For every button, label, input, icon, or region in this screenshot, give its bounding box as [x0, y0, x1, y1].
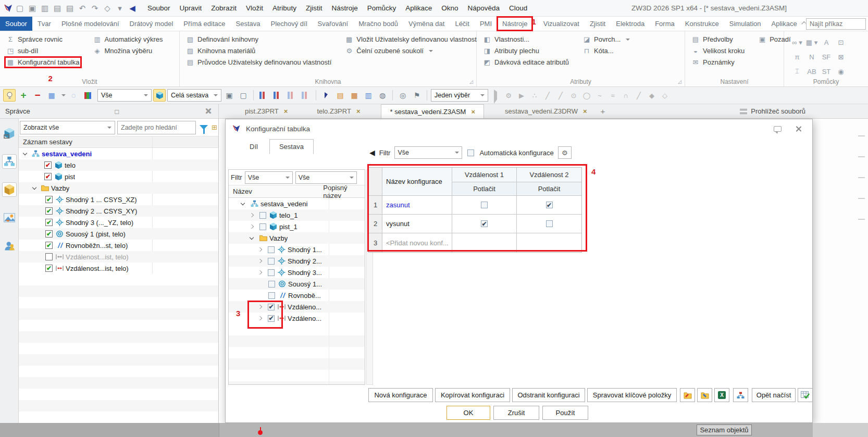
- ribbon-tab-tvar[interactable]: Tvar: [32, 17, 56, 31]
- dialog-launcher-icon[interactable]: ◿: [678, 79, 681, 84]
- delete-config-button[interactable]: Odstranit konfiguraci: [512, 388, 585, 402]
- print-icon[interactable]: ▤: [51, 2, 64, 15]
- key-item-checkbox[interactable]: [259, 223, 266, 230]
- config-name-cell[interactable]: vysunut: [382, 215, 452, 233]
- constraint-checkbox[interactable]: [45, 230, 53, 238]
- lamp-icon[interactable]: ▢: [237, 89, 250, 102]
- menu-soubor[interactable]: Soubor: [143, 2, 175, 15]
- reload-button[interactable]: Opět načíst: [752, 388, 796, 402]
- globe-icon[interactable]: ◍: [376, 89, 389, 102]
- constraint-checkbox[interactable]: [45, 207, 53, 215]
- doc-tab-sestava-vedeni-drw[interactable]: sestava_vedeni.Z3DRW×: [497, 104, 596, 118]
- redo-icon[interactable]: ↷: [89, 2, 101, 15]
- mnozina-vyberu-button[interactable]: ◈Množina výběru: [93, 47, 163, 55]
- konfiguracni-tabulka-button[interactable]: ▦Konfigurační tabulka: [6, 58, 80, 66]
- ruler-icon[interactable]: ⌶: [790, 65, 804, 78]
- tree-row-root[interactable]: sestava_vedeni: [19, 148, 218, 159]
- tab-close-icon[interactable]: ×: [471, 108, 475, 116]
- user-profile-icon[interactable]: ◉: [834, 65, 848, 78]
- constraint-checkbox[interactable]: [45, 196, 53, 203]
- menu-upravit[interactable]: Upravit: [175, 2, 207, 15]
- menu-napoveda[interactable]: Nápověda: [463, 2, 505, 15]
- col-header-vzdalenost1[interactable]: Vzdálenost 1: [452, 168, 517, 182]
- expand-chevron-icon[interactable]: [258, 247, 262, 252]
- scope-combo[interactable]: Celá sestava: [167, 89, 221, 102]
- ribbon-tab-aplikace[interactable]: Aplikace: [766, 17, 802, 31]
- ribbon-tab-dratovy-model[interactable]: Drátový model: [125, 17, 179, 31]
- visibility-checkbox[interactable]: [44, 161, 52, 169]
- doc-tab-sestava-vedeni-asm[interactable]: * sestava_vedeni.Z3ASM×: [381, 104, 484, 118]
- entity-filter-combo[interactable]: Vše: [97, 89, 152, 102]
- collapse-chevron-icon[interactable]: [32, 185, 36, 189]
- doc-tab-pist[interactable]: pist.Z3PRT×: [237, 104, 296, 118]
- cancel-button[interactable]: Zrušit: [493, 406, 539, 420]
- collapse-chevron-icon[interactable]: [23, 151, 27, 155]
- ribbon-tab-prima-editace[interactable]: Přímá editace: [178, 17, 230, 31]
- tree-row-souosy[interactable]: Souosý 1 (pist, telo): [19, 228, 218, 240]
- config-name-cell[interactable]: zasunut: [382, 196, 452, 215]
- tree-row-vzdalenost1[interactable]: Vzdálenost...ist, telo): [19, 251, 218, 263]
- selection-mode-combo[interactable]: Jeden výběr: [431, 89, 488, 102]
- vlastnosti-button[interactable]: ◧Vlastnosti...: [483, 35, 569, 43]
- filter-components-icon[interactable]: [257, 89, 270, 102]
- dlg-tree-shodny2[interactable]: Shodný 2...: [229, 255, 365, 267]
- role-manager-icon[interactable]: [2, 239, 17, 253]
- folder-check-icon[interactable]: ⊡: [834, 35, 848, 49]
- ribbon-tab-sestava[interactable]: Sestava: [231, 17, 266, 31]
- object-list-button[interactable]: Seznam objektů: [697, 424, 752, 435]
- knihovna-materialu-button[interactable]: ▨Knihovna materiálů: [186, 47, 331, 55]
- manager-search-box[interactable]: [117, 121, 196, 134]
- pruvodce-udv-button[interactable]: ▤Průvodce Uživatelsky definovanou vlastn…: [186, 58, 331, 66]
- excel-export-icon[interactable]: X: [714, 388, 729, 402]
- tree-row-shodny2[interactable]: Shodný 2 ... CSYS_XY): [19, 205, 218, 217]
- multi-select-icon[interactable]: ▦: [45, 89, 58, 102]
- expand-chevron-icon[interactable]: [258, 270, 262, 274]
- pane-filter-combo-2[interactable]: Vše: [295, 171, 357, 184]
- find-command-box[interactable]: [806, 18, 866, 30]
- export-template-icon[interactable]: [697, 388, 712, 402]
- apply-button[interactable]: Použít: [542, 406, 588, 420]
- dropdown-carat-icon[interactable]: [61, 94, 66, 96]
- suppress-cell[interactable]: [517, 215, 581, 233]
- constraint-checkbox[interactable]: [45, 219, 53, 226]
- dlg-tree-souosy[interactable]: Souosý 1...: [229, 278, 365, 290]
- key-item-checkbox[interactable]: [259, 212, 266, 219]
- davkova-editace-button[interactable]: ◩Dávková editace atributů: [483, 58, 569, 66]
- manage-key-items-button[interactable]: Spravovat klíčové položky: [587, 388, 677, 402]
- tree-row-rovnobezny[interactable]: Rovnoběžn...st, telo): [19, 240, 218, 251]
- ribbon-tab-konstrukce[interactable]: Konstrukce: [680, 17, 724, 31]
- povrch-button[interactable]: ◪Povrch...: [582, 35, 630, 43]
- tab-close-icon[interactable]: ×: [583, 107, 587, 115]
- tree-row-vzdalenost2[interactable]: Vzdálenost...ist, telo): [19, 263, 218, 274]
- suppress-checkbox[interactable]: [546, 202, 553, 208]
- text-style-icon[interactable]: A: [820, 35, 833, 49]
- ribbon-tab-vizualizovat[interactable]: Vizualizovat: [538, 17, 585, 31]
- key-item-checkbox[interactable]: [268, 304, 275, 310]
- filter-constraints-icon[interactable]: [271, 89, 284, 102]
- col-header-vzdalenost2[interactable]: Vzdálenost 2: [517, 168, 581, 182]
- expand-chevron-icon[interactable]: [250, 213, 254, 217]
- subheader-potlacit-2[interactable]: Potlačit: [517, 182, 581, 196]
- add-config-cell[interactable]: <Přidat novou konf...: [382, 233, 452, 252]
- new-config-button[interactable]: Nová konfigurace: [368, 388, 433, 402]
- menu-okno[interactable]: Okno: [437, 2, 463, 15]
- tree-row-telo[interactable]: telo: [19, 159, 218, 171]
- key-item-checkbox[interactable]: [268, 315, 275, 322]
- assembly-manager-icon[interactable]: [2, 154, 17, 169]
- expand-chevron-icon[interactable]: [258, 316, 262, 320]
- numbering-icon[interactable]: N: [805, 50, 819, 64]
- poznamky-button[interactable]: ✉Poznámky: [691, 58, 745, 66]
- key-item-checkbox[interactable]: [268, 258, 275, 265]
- quick-access-dropdown-icon[interactable]: ▾: [114, 2, 126, 15]
- undo-icon[interactable]: ↶: [76, 2, 89, 15]
- visibility-checkbox[interactable]: [44, 173, 52, 180]
- batch-print-icon[interactable]: ▤: [64, 2, 76, 15]
- ribbon-tab-simulation[interactable]: Simulation: [724, 17, 766, 31]
- ribbon-tab-nastroje[interactable]: Nástroje: [497, 17, 532, 31]
- constraint-checkbox[interactable]: [45, 242, 53, 249]
- history-icon[interactable]: ◎: [396, 89, 409, 102]
- config-row-vysunut[interactable]: 2 vysunut: [369, 215, 581, 233]
- add-icon[interactable]: +: [17, 89, 30, 102]
- remove-icon[interactable]: −: [31, 89, 44, 102]
- apply-table-icon[interactable]: [798, 388, 813, 402]
